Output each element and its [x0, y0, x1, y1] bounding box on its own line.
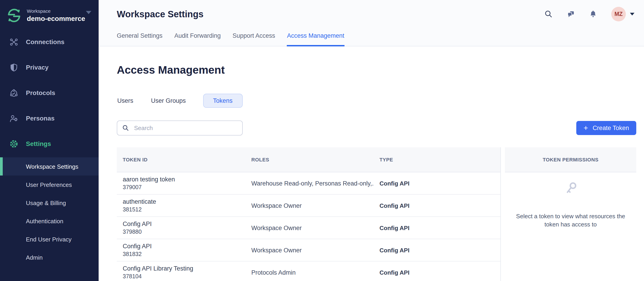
- token-id-cell: Config API Library Testing 378104: [117, 265, 246, 280]
- tab-access-management[interactable]: Access Management: [287, 32, 344, 46]
- search-input[interactable]: [133, 124, 237, 132]
- subnav-item-label: Workspace Settings: [26, 163, 78, 170]
- page-title: Access Management: [117, 64, 636, 76]
- panel-header: TOKEN PERMISSIONS: [505, 147, 636, 172]
- tab-tokens[interactable]: Tokens: [203, 94, 243, 108]
- token-id: 381832: [123, 250, 246, 258]
- chevron-down-icon[interactable]: [86, 11, 91, 14]
- search-icon: [122, 125, 129, 131]
- topbar-icons: MZ: [544, 7, 634, 21]
- subnav-item-label: User Preferences: [26, 181, 72, 188]
- sidebar-item-connections[interactable]: Connections: [0, 29, 98, 55]
- workspace-label: Workspace: [27, 8, 85, 14]
- token-id-cell: aaron testing token 379007: [117, 175, 246, 191]
- tab-general-settings[interactable]: General Settings: [117, 32, 162, 46]
- sidebar-item-label: Settings: [26, 140, 51, 147]
- create-token-label: Create Token: [593, 125, 629, 131]
- roles-cell: Protocols Admin: [246, 269, 374, 276]
- tab-audit-forwarding[interactable]: Audit Forwarding: [174, 32, 221, 46]
- tokens-table: TOKEN ID ROLES TYPE aaron testing token …: [117, 147, 501, 281]
- token-id: 378104: [123, 272, 246, 280]
- personas-icon: [10, 114, 18, 123]
- subnav-item-admin[interactable]: Admin: [0, 248, 98, 266]
- subnav-item-user-preferences[interactable]: User Preferences: [0, 175, 98, 194]
- type-cell: Config API: [374, 202, 500, 209]
- sidebar-item-label: Personas: [26, 115, 54, 122]
- subnav-item-authentication[interactable]: Authentication: [0, 212, 98, 230]
- header-tabs: General Settings Audit Forwarding Suppor…: [117, 32, 356, 46]
- segment-logo: [7, 9, 21, 22]
- page-header-title: Workspace Settings: [117, 9, 204, 20]
- sidebar-nav: Connections Privacy Protocols: [0, 29, 98, 156]
- tab-user-groups[interactable]: User Groups: [151, 94, 186, 108]
- roles-cell: Workspace Owner: [246, 224, 374, 231]
- token-id: 379007: [123, 183, 246, 191]
- gear-icon: [10, 139, 18, 148]
- token-permissions-panel: TOKEN PERMISSIONS Select a token to view…: [505, 147, 636, 281]
- table-row[interactable]: authenticate 381512 Workspace Owner Conf…: [117, 195, 500, 217]
- tab-users[interactable]: Users: [117, 94, 134, 108]
- table-row[interactable]: Config API Library Testing 378104 Protoc…: [117, 261, 500, 281]
- column-header-type: TYPE: [374, 157, 500, 162]
- subnav-item-workspace-settings[interactable]: Workspace Settings: [0, 157, 98, 175]
- subnav-item-label: Authentication: [26, 218, 64, 224]
- table-row[interactable]: Config API 379880 Workspace Owner Config…: [117, 217, 500, 239]
- tokens-section: TOKEN ID ROLES TYPE aaron testing token …: [117, 147, 636, 281]
- column-header-roles: ROLES: [246, 157, 374, 162]
- workspace-switcher[interactable]: Workspace demo-ecommerce: [0, 0, 98, 26]
- tab-support-access[interactable]: Support Access: [232, 32, 275, 46]
- sidebar-item-label: Privacy: [26, 64, 49, 71]
- token-id: 379880: [123, 228, 246, 235]
- actions-row: + Create Token: [117, 121, 636, 136]
- table-row[interactable]: Config API 381832 Workspace Owner Config…: [117, 239, 500, 261]
- connections-icon: [10, 38, 18, 46]
- sidebar-subnav: Workspace Settings User Preferences Usag…: [0, 157, 98, 266]
- token-name: Config API: [123, 220, 246, 228]
- roles-cell: Workspace Owner: [246, 202, 374, 209]
- token-name: authenticate: [123, 198, 246, 206]
- chevron-down-icon[interactable]: [630, 13, 634, 16]
- sidebar: Workspace demo-ecommerce Connections Pr: [0, 0, 98, 281]
- content-area: Access Management Users User Groups Toke…: [98, 46, 644, 281]
- sidebar-item-label: Connections: [26, 38, 64, 46]
- shield-icon: [10, 63, 18, 72]
- protocols-icon: [10, 88, 18, 97]
- subnav-item-label: Usage & Billing: [26, 199, 66, 206]
- token-id-cell: authenticate 381512: [117, 198, 246, 213]
- token-name: aaron testing token: [123, 175, 246, 183]
- access-tabs: Users User Groups Tokens: [117, 94, 636, 108]
- roles-cell: Workspace Owner: [246, 247, 374, 253]
- app-window: Workspace demo-ecommerce Connections Pr: [0, 0, 644, 281]
- subnav-item-end-user-privacy[interactable]: End User Privacy: [0, 230, 98, 248]
- table-header-row: TOKEN ID ROLES TYPE: [117, 147, 500, 172]
- type-cell: Config API: [374, 247, 500, 253]
- create-token-button[interactable]: + Create Token: [576, 121, 636, 135]
- subnav-item-label: End User Privacy: [26, 236, 72, 242]
- token-name: Config API: [123, 242, 246, 250]
- main-area: Workspace Settings MZ G: [98, 0, 644, 281]
- sidebar-item-privacy[interactable]: Privacy: [0, 55, 98, 80]
- sidebar-item-personas[interactable]: Personas: [0, 106, 98, 131]
- table-row[interactable]: aaron testing token 379007 Warehouse Rea…: [117, 172, 500, 195]
- token-id-cell: Config API 379880: [117, 220, 246, 235]
- roles-cell: Warehouse Read-only, Personas Read-only,…: [246, 180, 374, 187]
- sidebar-item-protocols[interactable]: Protocols: [0, 80, 98, 106]
- workspace-meta: Workspace demo-ecommerce: [27, 8, 85, 23]
- sidebar-item-label: Protocols: [26, 89, 55, 96]
- sidebar-item-settings[interactable]: Settings: [0, 131, 98, 156]
- plus-icon: +: [584, 124, 588, 132]
- page-header: Workspace Settings MZ G: [98, 0, 644, 46]
- token-name: Config API Library Testing: [123, 265, 246, 272]
- token-id: 381512: [123, 206, 246, 213]
- avatar[interactable]: MZ: [611, 7, 626, 21]
- search-icon[interactable]: [544, 10, 553, 18]
- key-icon: [563, 181, 578, 195]
- subnav-item-label: Admin: [26, 254, 43, 261]
- type-cell: Config API: [374, 180, 500, 187]
- workspace-name: demo-ecommerce: [27, 15, 85, 23]
- subnav-item-usage-billing[interactable]: Usage & Billing: [0, 194, 98, 212]
- panel-empty-text: Select a token to view what resources th…: [505, 212, 636, 229]
- bell-icon[interactable]: [589, 10, 597, 18]
- panel-empty-state: Select a token to view what resources th…: [505, 172, 636, 281]
- chat-icon[interactable]: [567, 10, 575, 18]
